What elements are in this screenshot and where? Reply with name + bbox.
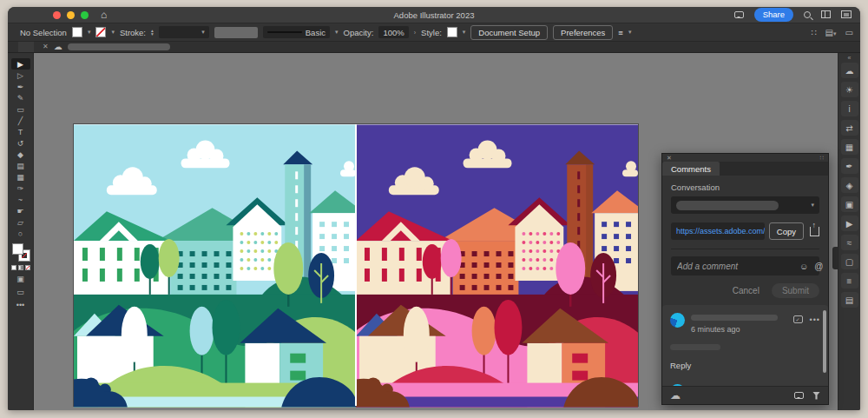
align-options-icon[interactable]: ≡ [618, 28, 623, 37]
type-tool[interactable]: T [11, 126, 30, 137]
appearance-panel-icon[interactable]: ≈ [841, 235, 858, 250]
document-title-redacted[interactable] [68, 43, 170, 50]
fill-chip[interactable] [12, 243, 23, 255]
pathfinder-panel-icon[interactable]: ▤ [841, 292, 858, 308]
panel-drag-icon[interactable]: ∷ [820, 155, 824, 162]
screen-mode-icon[interactable] [841, 10, 852, 18]
gradient-panel-icon[interactable]: ▦ [841, 139, 858, 155]
mention-icon[interactable]: @ [814, 262, 823, 271]
reply-link[interactable]: Reply [670, 361, 820, 370]
fill-chevron-icon[interactable]: ▾ [88, 29, 91, 36]
variable-width-profile[interactable] [214, 27, 258, 38]
hand-tool[interactable]: ☛ [11, 205, 30, 216]
curvature-tool[interactable]: ✎ [11, 92, 30, 103]
color-panel-icon[interactable]: ☀ [841, 82, 858, 97]
color-mode-button[interactable] [11, 265, 16, 270]
mesh-tool[interactable]: ▤ [11, 160, 30, 171]
style-swatch[interactable] [447, 27, 457, 37]
style-chevron-icon[interactable]: ▾ [463, 29, 466, 36]
panel-close-icon[interactable]: ✕ [667, 155, 672, 162]
more-options-icon[interactable]: ••• [810, 315, 820, 324]
comments-icon[interactable] [734, 11, 744, 18]
color-guide-panel-icon[interactable]: i [841, 101, 858, 116]
blend-tool[interactable]: ~ [11, 194, 30, 205]
comment-row[interactable]: ✓ ••• [670, 384, 820, 386]
direct-selection-tool[interactable]: ▷ [11, 70, 30, 81]
pen-tool[interactable]: ✒ [11, 81, 30, 92]
stroke-weight-stepper[interactable]: ▴▾ [151, 29, 154, 36]
artboards-panel-icon[interactable]: ▣ [841, 196, 858, 212]
zoom-tool[interactable]: ○ [11, 228, 30, 239]
document-setup-button[interactable]: Document Setup [470, 25, 548, 40]
brush-chevron-icon[interactable]: ▾ [335, 29, 339, 36]
titlebar: ⌂ Adobe Illustrator 2023 Share [8, 7, 860, 23]
brush-select[interactable]: Basic [263, 26, 330, 38]
gradient-tool[interactable]: ▦ [11, 171, 30, 182]
edit-toolbar-icon[interactable]: ••• [16, 301, 24, 309]
close-window-button[interactable] [53, 11, 61, 19]
artboard-divider [355, 124, 357, 406]
cloud-sync-icon[interactable]: ☁ [670, 390, 681, 401]
toggle-comments-icon[interactable] [794, 392, 804, 399]
stroke-swatch[interactable] [95, 27, 106, 37]
comment-row[interactable]: 6 minutes ago ✓ ••• [670, 313, 820, 334]
eyedropper-tool[interactable]: ✑ [11, 182, 30, 194]
gradient-mode-button[interactable] [18, 265, 23, 270]
preferences-button[interactable]: Preferences [553, 25, 613, 40]
resolve-comment-icon[interactable]: ✓ [793, 315, 803, 323]
actions-panel-icon[interactable]: ▶ [841, 216, 858, 231]
stroke-weight-select[interactable]: ▾ [159, 26, 209, 38]
expand-panels-icon[interactable]: « [848, 55, 852, 61]
traffic-lights [53, 11, 89, 19]
share-export-icon[interactable] [810, 227, 819, 236]
layers-panel-icon[interactable]: ◈ [841, 177, 858, 193]
artboard-tool[interactable]: ▱ [11, 216, 30, 228]
stroke-chevron-icon[interactable]: ▾ [111, 29, 115, 36]
none-mode-button[interactable] [25, 265, 30, 270]
filter-icon[interactable] [812, 392, 820, 400]
swatches-panel-icon[interactable]: ⇄ [841, 120, 858, 136]
arrange-documents-icon[interactable]: ▤▾ [825, 28, 837, 37]
fill-stroke-indicator[interactable] [12, 243, 30, 261]
search-icon[interactable] [804, 11, 811, 18]
workspace-switcher-icon[interactable] [821, 10, 831, 18]
align-chevron-icon[interactable]: ▾ [628, 29, 632, 36]
brush-label: Basic [306, 28, 326, 37]
selection-tool[interactable]: ▶ [11, 58, 30, 70]
tab-close-icon[interactable]: ✕ [43, 43, 49, 50]
divider [671, 249, 819, 249]
fill-swatch[interactable] [72, 27, 82, 37]
tab-comments[interactable]: Comments [662, 162, 720, 176]
stroke-panel-icon[interactable]: ✒ [841, 158, 858, 174]
opacity-submenu-icon[interactable]: › [414, 30, 416, 36]
align-panel-icon[interactable]: ≡ [841, 273, 858, 289]
panel-menu-icon[interactable]: ▭ [845, 28, 853, 37]
rotate-tool[interactable]: ↺ [11, 137, 30, 149]
minimize-window-button[interactable] [67, 11, 75, 19]
opacity-value[interactable]: 100% [378, 26, 408, 38]
share-link[interactable]: https://assets.adobe.com/id/ur... [671, 222, 765, 240]
home-icon[interactable]: ⌂ [101, 10, 107, 20]
grid-options-icon[interactable]: ∷ [811, 28, 816, 37]
transform-panel-icon[interactable]: ▢ [841, 254, 858, 269]
scrollbar[interactable] [823, 310, 826, 373]
screen-mode-button-icon[interactable]: ▭ [16, 288, 24, 296]
add-comment-input[interactable] [677, 262, 793, 271]
line-tool[interactable]: ╱ [11, 115, 30, 126]
share-button[interactable]: Share [754, 8, 793, 21]
cancel-button[interactable]: Cancel [733, 286, 760, 295]
copy-button[interactable]: Copy [769, 222, 804, 240]
collapsed-panel-handle[interactable] [832, 247, 838, 269]
libraries-panel-icon[interactable]: ☁ [841, 63, 858, 78]
shaper-tool[interactable]: ◆ [11, 149, 30, 160]
emoji-icon[interactable]: ☺ [799, 262, 808, 271]
add-comment-field[interactable]: ☺ @ [671, 256, 819, 275]
rectangle-tool[interactable]: ▭ [11, 103, 30, 115]
submit-button[interactable]: Submit [772, 283, 819, 298]
comment-text-redacted [670, 344, 720, 350]
comments-panel: ✕ ∷ Comments Conversation ▾ https://asse… [661, 153, 829, 405]
artboard[interactable] [73, 123, 639, 407]
zoom-window-button[interactable] [81, 11, 89, 19]
draw-mode-icon[interactable]: ▣ [16, 275, 24, 283]
conversation-select[interactable]: ▾ [671, 196, 819, 214]
